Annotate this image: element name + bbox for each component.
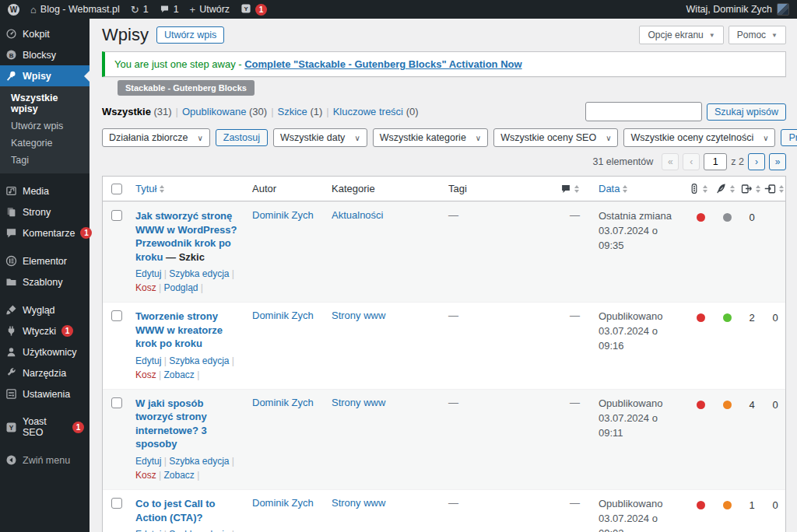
- date-cell: Opublikowano03.07.2024 o 09:16: [594, 303, 687, 389]
- updates-link[interactable]: ↻ 1: [131, 4, 149, 15]
- comments-header[interactable]: [556, 177, 594, 201]
- row-action-kosz[interactable]: Kosz: [135, 369, 156, 380]
- posts-table: Tytuł Autor Kategorie Tagi Data: [102, 176, 786, 532]
- categories-select[interactable]: Wszystkie kategorie ∨: [373, 128, 488, 147]
- author-link[interactable]: Dominik Zych: [252, 209, 314, 221]
- current-page-input[interactable]: [704, 153, 727, 170]
- row-action-szybka-edycja[interactable]: Szybka edycja: [169, 456, 229, 467]
- sidebar-item-ustawienia[interactable]: Ustawienia: [0, 383, 90, 404]
- author-link[interactable]: Dominik Zych: [252, 397, 314, 408]
- updates-count: 1: [143, 4, 149, 15]
- site-link[interactable]: ⌂ Blog - Webmast.pl: [30, 4, 120, 15]
- svg-text:Y: Y: [9, 424, 14, 431]
- search-input[interactable]: [585, 102, 702, 121]
- screen-options-button[interactable]: Opcje ekranu ▼: [639, 26, 723, 44]
- add-post-button[interactable]: Utwórz wpis: [156, 26, 224, 44]
- sidebar-item-yoast-seo[interactable]: YYoast SEO1: [0, 411, 90, 443]
- sidebar-item-wygl-d[interactable]: Wygląd: [0, 299, 90, 320]
- sidebar-item-label: Kokpit: [23, 29, 50, 40]
- sidebar-item-wtyczki[interactable]: Wtyczki1: [0, 320, 90, 341]
- sidebar-subitem-kategorie[interactable]: Kategorie: [0, 135, 90, 152]
- sidebar-subitem-tagi[interactable]: Tagi: [0, 152, 90, 169]
- seo-traffic-light-icon: [689, 183, 700, 194]
- wordpress-logo-icon[interactable]: W: [8, 4, 19, 16]
- sidebar-subitem-utw-rz-wpis[interactable]: Utwórz wpis: [0, 117, 90, 135]
- category-link[interactable]: Strony www: [332, 310, 385, 321]
- post-title-link[interactable]: Tworzenie strony WWW w kreatorze krok po…: [135, 310, 223, 349]
- last-page-button[interactable]: »: [769, 153, 786, 170]
- filter-button[interactable]: Przefiltruj: [781, 129, 797, 146]
- outgoing-links-header[interactable]: [740, 177, 764, 201]
- prev-page-button[interactable]: ‹: [683, 153, 700, 170]
- incoming-links-header[interactable]: [764, 177, 787, 201]
- view-filter-wszystkie[interactable]: Wszystkie (31): [102, 106, 172, 117]
- row-action-zobacz[interactable]: Zobacz: [163, 470, 194, 481]
- sidebar-item-narz-dzia[interactable]: Narzędzia: [0, 362, 90, 383]
- author-link[interactable]: Dominik Zych: [252, 310, 314, 321]
- post-title-link[interactable]: W jaki sposób tworzyć strony internetowe…: [135, 397, 207, 450]
- comments-link[interactable]: 1: [160, 4, 179, 16]
- help-button[interactable]: Pomoc ▼: [729, 26, 786, 44]
- sidebar-item-elementor[interactable]: Elementor: [0, 250, 90, 271]
- avatar[interactable]: [777, 3, 789, 16]
- seo-score-header[interactable]: [687, 177, 714, 201]
- yoast-adminbar-link[interactable]: Y 1: [241, 3, 267, 16]
- row-checkbox[interactable]: [111, 498, 122, 509]
- view-filter-szkice[interactable]: Szkice (1): [278, 106, 323, 117]
- sidebar-item-komentarze[interactable]: Komentarze1: [0, 222, 90, 243]
- row-action-szybka-edycja[interactable]: Szybka edycja: [169, 529, 229, 532]
- row-action-podgl-d[interactable]: Podgląd: [163, 282, 198, 293]
- sort-date-header[interactable]: Data: [599, 183, 620, 194]
- sidebar-item-media[interactable]: Media: [0, 180, 90, 201]
- row-action-edytuj[interactable]: Edytuj: [135, 268, 161, 279]
- next-page-button[interactable]: ›: [748, 153, 765, 170]
- view-filter-opublikowane[interactable]: Opublikowane (30): [182, 106, 267, 117]
- row-checkbox[interactable]: [111, 310, 122, 321]
- sidebar-item-szablony[interactable]: Szablony: [0, 271, 90, 292]
- category-link[interactable]: Strony www: [332, 497, 385, 509]
- search-button[interactable]: Szukaj wpisów: [707, 103, 786, 121]
- sidebar-item-blocksy[interactable]: BBlocksy: [0, 44, 90, 65]
- first-page-button[interactable]: «: [662, 153, 679, 170]
- sidebar-item-wpisy[interactable]: Wpisy: [0, 65, 90, 86]
- row-checkbox[interactable]: [111, 397, 122, 408]
- row-action-edytuj[interactable]: Edytuj: [135, 456, 161, 467]
- outgoing-links-count: 0: [740, 202, 764, 302]
- activation-link[interactable]: Complete "Stackable - Gutenberg Blocks" …: [244, 58, 521, 70]
- row-action-edytuj[interactable]: Edytuj: [135, 529, 161, 532]
- author-link[interactable]: Dominik Zych: [252, 497, 314, 509]
- sidebar-separator: [0, 404, 90, 411]
- select-all-checkbox[interactable]: [111, 184, 122, 194]
- apply-button[interactable]: Zastosuj: [216, 129, 268, 146]
- row-action-zobacz[interactable]: Zobacz: [163, 369, 194, 380]
- sidebar-item-u-ytkownicy[interactable]: Użytkownicy: [0, 341, 90, 362]
- row-action-edytuj[interactable]: Edytuj: [135, 355, 161, 366]
- row-action-szybka-edycja[interactable]: Szybka edycja: [169, 268, 229, 279]
- yoast-notification-badge: 1: [255, 4, 267, 16]
- post-title-link[interactable]: Co to jest Call to Action (CTA)?: [135, 498, 216, 523]
- plugin-icon: [5, 325, 17, 337]
- category-link[interactable]: Strony www: [332, 397, 385, 408]
- row-action-kosz[interactable]: Kosz: [135, 282, 156, 293]
- readability-header[interactable]: [714, 177, 740, 201]
- dates-select[interactable]: Wszystkie daty ∨: [273, 128, 367, 147]
- tags-cell: —: [444, 202, 556, 302]
- sidebar-subitem-wszystkie-wpisy[interactable]: Wszystkie wpisy: [0, 89, 90, 117]
- category-link[interactable]: Aktualności: [332, 209, 383, 221]
- bulk-actions-select[interactable]: Działania zbiorcze ∨: [102, 128, 210, 147]
- readability-filter-select[interactable]: Wszystkie oceny czytelności ∨: [623, 128, 775, 147]
- row-action-szybka-edycja[interactable]: Szybka edycja: [169, 355, 229, 366]
- updates-icon: ↻: [131, 5, 139, 15]
- row-action-kosz[interactable]: Kosz: [135, 470, 156, 481]
- sidebar-item-strony[interactable]: Strony: [0, 201, 90, 222]
- row-checkbox[interactable]: [111, 210, 122, 221]
- sort-title-header[interactable]: Tytuł: [135, 183, 156, 194]
- tools-icon: [5, 367, 17, 379]
- view-filter-kluczowe-tre-ci[interactable]: Kluczowe treści (0): [333, 106, 419, 117]
- readability-score-dot: [723, 401, 732, 409]
- account-link[interactable]: Witaj, Dominik Zych: [686, 4, 772, 15]
- new-content-link[interactable]: + Utwórz: [190, 4, 230, 15]
- seo-filter-select[interactable]: Wszystkie oceny SEO ∨: [493, 128, 618, 147]
- sidebar-item-zwi-menu[interactable]: Zwiń menu: [0, 450, 90, 471]
- sidebar-item-kokpit[interactable]: Kokpit: [0, 23, 90, 44]
